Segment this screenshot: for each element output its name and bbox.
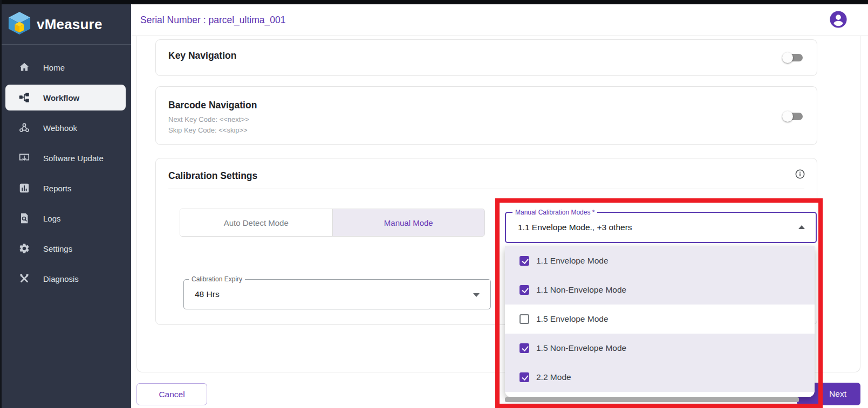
home-icon <box>18 61 30 73</box>
webhook-icon <box>18 122 30 134</box>
cancel-button[interactable]: Cancel <box>136 383 207 405</box>
calibration-expiry-value: 48 Hrs <box>195 289 220 299</box>
dropdown-option[interactable]: 2.2 Mode <box>505 363 815 392</box>
key-navigation-title: Key Navigation <box>168 50 236 61</box>
window-top-edge <box>0 0 868 4</box>
calibration-mode-tabs: Auto Detect Mode Manual Mode <box>180 209 485 237</box>
sidebar-item-home[interactable]: Home <box>0 52 131 82</box>
cube-logo-icon <box>8 11 31 38</box>
account-circle-icon[interactable] <box>829 10 848 29</box>
sidebar-item-settings[interactable]: Settings <box>0 233 131 264</box>
sidebar-item-logs[interactable]: Logs <box>0 203 131 233</box>
key-navigation-toggle[interactable] <box>782 52 803 63</box>
sidebar-item-workflow[interactable]: Workflow <box>0 82 131 113</box>
sidebar-item-reports[interactable]: Reports <box>0 173 131 203</box>
diagnosis-icon <box>18 273 30 285</box>
logs-icon <box>18 212 30 224</box>
dropdown-option[interactable]: 1.5 Non-Envelope Mode <box>505 334 815 363</box>
checkbox-icon[interactable] <box>520 256 529 266</box>
sidebar-item-diagnosis[interactable]: Diagnosis <box>0 264 131 294</box>
barcode-navigation-title: Barcode Navigation <box>168 100 257 111</box>
checkbox-icon[interactable] <box>520 285 529 295</box>
manual-calibration-modes-select[interactable]: Manual Calibration Modes * 1.1 Envelope … <box>505 212 817 243</box>
checkbox-icon[interactable] <box>520 343 529 353</box>
tab-auto-detect-mode[interactable]: Auto Detect Mode <box>180 209 332 236</box>
barcode-navigation-card: Barcode Navigation Next Key Code: <<next… <box>155 86 817 145</box>
dropdown-option[interactable]: 1.1 Non-Envelope Mode <box>505 275 815 305</box>
brand-header: vMeasure <box>0 4 131 43</box>
dropdown-option[interactable]: 1.1 Envelope Mode <box>505 246 815 275</box>
chevron-up-icon <box>798 225 805 229</box>
brand-name: vMeasure <box>37 16 102 33</box>
manual-calibration-modes-value: 1.1 Envelope Mode., +3 others <box>518 223 632 232</box>
tab-manual-mode[interactable]: Manual Mode <box>332 209 485 236</box>
workflow-icon <box>18 92 30 103</box>
sidebar-item-software-update[interactable]: Software Update <box>0 143 131 173</box>
dropdown-scrollbar[interactable] <box>505 397 799 402</box>
app-window: vMeasure Home Workflow <box>0 0 868 408</box>
software-update-icon <box>18 152 30 164</box>
next-key-code-text: Next Key Code: <<next>> <box>168 115 249 123</box>
modes-dropdown-panel: 1.1 Envelope Mode 1.1 Non-Envelope Mode … <box>505 246 815 397</box>
key-navigation-card: Key Navigation <box>155 39 817 76</box>
skip-key-code-text: Skip Key Code: <<skip>> <box>168 126 248 134</box>
window-left-edge <box>0 0 2 408</box>
calibration-expiry-label: Calibration Expiry <box>189 275 245 283</box>
barcode-navigation-toggle[interactable] <box>782 111 803 122</box>
sidebar-item-webhook[interactable]: Webhook <box>0 113 131 143</box>
settings-icon <box>18 243 30 254</box>
dropdown-option[interactable]: 1.5 Envelope Mode <box>505 305 815 334</box>
checkbox-icon[interactable] <box>520 314 529 324</box>
checkbox-icon[interactable] <box>520 372 529 382</box>
reports-icon <box>18 182 30 194</box>
serial-number-text: Serial Number : parcel_ultima_001 <box>140 15 285 26</box>
calibration-settings-title: Calibration Settings <box>168 170 257 182</box>
sidebar: vMeasure Home Workflow <box>0 4 131 408</box>
chevron-down-icon <box>473 293 480 297</box>
manual-calibration-modes-label: Manual Calibration Modes * <box>512 209 597 217</box>
sidebar-divider <box>0 44 131 45</box>
info-icon[interactable] <box>795 169 805 179</box>
top-bar: Serial Number : parcel_ultima_001 <box>131 4 868 36</box>
calibration-expiry-select[interactable]: Calibration Expiry 48 Hrs <box>183 279 491 309</box>
title-divider <box>168 189 804 189</box>
